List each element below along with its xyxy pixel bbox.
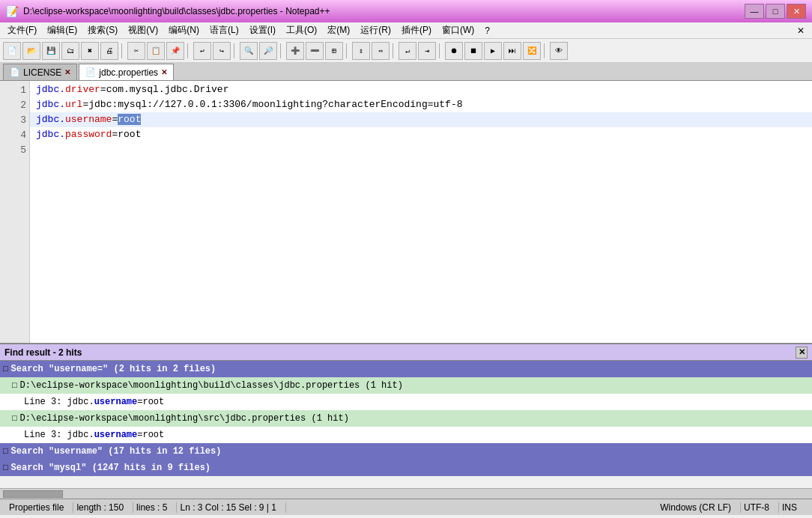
tb-copy[interactable]: 📋 (147, 42, 165, 60)
menu-view[interactable]: 视图(V) (124, 22, 163, 38)
val-driver: =com.mysql.jdbc.Driver (100, 84, 229, 95)
kw-jdbc-1: jdbc. (36, 84, 65, 95)
sel-root: root (118, 114, 141, 125)
menu-settings[interactable]: 设置(I) (245, 22, 280, 38)
expand-icon-file-1[interactable]: □ (12, 379, 17, 392)
tb-paste[interactable]: 📌 (166, 42, 184, 60)
tab-jdbc-close[interactable]: ✕ (161, 68, 167, 76)
find-search-1[interactable]: □ Search "username=" (2 hits in 2 files) (0, 361, 812, 377)
tb-sep-5 (346, 43, 349, 58)
app-icon: 📝 (6, 5, 19, 18)
kw-jdbc-4: jdbc. (36, 129, 65, 140)
scroll-thumb[interactable] (3, 490, 63, 498)
code-area[interactable]: jdbc.driver=com.mysql.jdbc.Driver jdbc.u… (30, 81, 812, 343)
tb-preview[interactable]: 👁 (550, 42, 568, 60)
find-search-1-text: Search "username=" (2 hits in 2 files) (11, 362, 216, 376)
val-url: =jdbc:mysql://127.0.0.1:3306/moonlightin… (82, 99, 462, 110)
find-file-2[interactable]: □ D:\eclipse-workspace\moonlighting\src\… (0, 410, 812, 427)
expand-icon-3[interactable]: □ (3, 461, 8, 475)
find-panel: Find result - 2 hits ✕ □ Search "usernam… (0, 343, 812, 499)
find-search-3-text: Search "mysql" (1247 hits in 9 files) (11, 461, 210, 475)
tb-macro-save[interactable]: ⏭ (503, 42, 521, 60)
menu-search[interactable]: 搜索(S) (83, 22, 122, 38)
tb-zoom-in[interactable]: ➕ (286, 42, 304, 60)
editor: 1 2 3 4 5 jdbc.driver=com.mysql.jdbc.Dri… (0, 81, 812, 343)
find-match-1-prefix: Line 3: jdbc. (24, 395, 94, 409)
find-search-2[interactable]: □ Search "username" (17 hits in 12 files… (0, 443, 812, 460)
tab-jdbc-properties[interactable]: 📄 jdbc.properties ✕ (79, 64, 174, 80)
find-search-3[interactable]: □ Search "mysql" (1247 hits in 9 files) (0, 460, 812, 476)
tb-save-all[interactable]: 🗂 (61, 42, 79, 60)
code-line-4: jdbc.password=root (30, 127, 812, 142)
maximize-button[interactable]: □ (766, 4, 785, 19)
code-line-2: jdbc.url=jdbc:mysql://127.0.0.1:3306/moo… (30, 97, 812, 112)
tb-run[interactable]: 🔀 (523, 42, 541, 60)
menu-run[interactable]: 运行(R) (356, 22, 396, 38)
status-bar: Properties file length : 150 lines : 5 L… (0, 499, 812, 515)
tb-print[interactable]: 🖨 (100, 42, 118, 60)
line-num-4: 4 (0, 127, 29, 142)
tb-macro-stop[interactable]: ⏹ (464, 42, 482, 60)
expand-icon-1[interactable]: □ (3, 362, 8, 376)
tb-find-replace[interactable]: 🔎 (259, 42, 277, 60)
tb-open[interactable]: 📂 (22, 42, 40, 60)
menu-encode[interactable]: 编码(N) (164, 22, 204, 38)
line-numbers: 1 2 3 4 5 (0, 81, 30, 343)
menu-language[interactable]: 语言(L) (205, 22, 243, 38)
tab-jdbc-label: jdbc.properties (99, 67, 158, 78)
tb-save[interactable]: 💾 (42, 42, 60, 60)
line-num-1: 1 (0, 82, 29, 97)
find-file-1[interactable]: □ D:\eclipse-workspace\moonlighting\buil… (0, 377, 812, 394)
tb-macro-record[interactable]: ⏺ (445, 42, 463, 60)
tb-zoom-out[interactable]: ➖ (306, 42, 324, 60)
code-line-1: jdbc.driver=com.mysql.jdbc.Driver (30, 82, 812, 97)
menu-close-button[interactable]: ✕ (793, 25, 809, 36)
line-num-3: 3 (0, 112, 29, 127)
find-match-1[interactable]: Line 3: jdbc.username=root (0, 394, 812, 410)
menu-edit[interactable]: 编辑(E) (43, 22, 82, 38)
menu-plugins[interactable]: 插件(P) (397, 22, 436, 38)
menu-macro[interactable]: 宏(M) (323, 22, 354, 38)
val-password: =root (112, 129, 141, 140)
menu-help[interactable]: ? (480, 24, 494, 37)
title-bar: 📝 D:\eclipse-workspace\moonlighting\buil… (0, 0, 812, 22)
kw-jdbc-2: jdbc. (36, 99, 65, 110)
status-position: Ln : 3 Col : 15 Sel : 9 | 1 (177, 502, 286, 513)
find-match-2[interactable]: Line 3: jdbc.username=root (0, 427, 812, 443)
tab-license[interactable]: 📄 LICENSE ✕ (3, 64, 77, 80)
menu-file[interactable]: 文件(F) (3, 22, 41, 38)
find-close-button[interactable]: ✕ (796, 347, 808, 359)
toolbar: 📄 📂 💾 🗂 ✖ 🖨 ✂ 📋 📌 ↩ ↪ 🔍 🔎 ➕ ➖ ⊞ ⇕ ⇔ ↵ ⇥ … (0, 39, 812, 63)
tab-bar: 📄 LICENSE ✕ 📄 jdbc.properties ✕ (0, 63, 812, 81)
tb-redo[interactable]: ↪ (213, 42, 231, 60)
tb-sync-scroll-v[interactable]: ⇕ (352, 42, 370, 60)
tab-license-label: LICENSE (23, 67, 61, 78)
close-button[interactable]: ✕ (787, 4, 806, 19)
tab-license-close[interactable]: ✕ (64, 68, 70, 76)
menu-bar: 文件(F) 编辑(E) 搜索(S) 视图(V) 编码(N) 语言(L) 设置(I… (0, 22, 812, 39)
tb-close[interactable]: ✖ (81, 42, 99, 60)
tb-cut[interactable]: ✂ (127, 42, 145, 60)
find-search-2-text: Search "username" (17 hits in 12 files) (11, 445, 222, 458)
find-match-2-highlight: username (94, 428, 138, 442)
tb-zoom-restore[interactable]: ⊞ (325, 42, 343, 60)
expand-icon-file-2[interactable]: □ (12, 412, 17, 425)
tb-macro-play[interactable]: ▶ (484, 42, 502, 60)
tb-undo[interactable]: ↩ (193, 42, 211, 60)
tb-new[interactable]: 📄 (3, 42, 21, 60)
menu-window[interactable]: 窗口(W) (437, 22, 479, 38)
menu-tools[interactable]: 工具(O) (282, 22, 321, 38)
minimize-button[interactable]: — (745, 4, 764, 19)
kw-jdbc-3: jdbc. (36, 114, 65, 125)
find-title: Find result - 2 hits (4, 347, 82, 358)
tb-sep-1 (121, 43, 124, 58)
tb-sync-scroll-h[interactable]: ⇔ (372, 42, 390, 60)
tb-indent[interactable]: ⇥ (418, 42, 436, 60)
expand-icon-2[interactable]: □ (3, 445, 8, 458)
tb-find[interactable]: 🔍 (240, 42, 258, 60)
tb-sep-8 (544, 43, 547, 58)
find-scrollbar[interactable] (0, 488, 812, 499)
tb-sep-7 (439, 43, 442, 58)
find-match-2-suffix: =root (137, 428, 164, 442)
tb-word-wrap[interactable]: ↵ (399, 42, 416, 60)
